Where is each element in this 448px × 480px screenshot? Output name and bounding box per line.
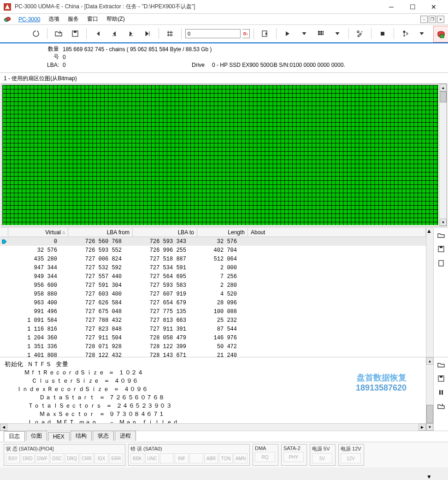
tab-status[interactable]: 状态 [93, 431, 114, 441]
table-row[interactable]: 958 880727 603 400727 607 9194 520 [0, 290, 426, 298]
cell-virtual: 963 400 [8, 300, 60, 306]
grid-hash-button[interactable] [163, 27, 177, 40]
status-cell: DWF [35, 453, 49, 463]
svg-rect-3 [74, 31, 77, 33]
table-row[interactable]: 949 344727 557 440727 564 6957 256 [0, 272, 426, 281]
menu-service[interactable]: 服务 [64, 14, 83, 24]
log-side-toolbar [433, 357, 448, 431]
status-sata2: SATA-2 PHY [281, 444, 307, 466]
svg-point-1 [6, 17, 11, 21]
menu-help[interactable]: 帮助(Z) [103, 14, 128, 24]
col-length[interactable]: Length [197, 228, 248, 237]
menu-pc3000[interactable]: PC-3000 [15, 15, 44, 24]
log-scroll-up[interactable]: ▲ [426, 357, 433, 365]
svg-point-15 [403, 31, 406, 33]
mdi-restore-button[interactable]: ❐ [429, 16, 436, 23]
table-row[interactable]: 1 091 584727 788 432727 813 66325 232 [0, 316, 426, 325]
stop-button[interactable] [375, 27, 390, 40]
tab-structure[interactable]: 结构 [71, 431, 92, 441]
scroll-up-button[interactable]: ▲ [440, 84, 447, 91]
table-row[interactable]: 435 280727 006 824727 518 887512 064 [0, 255, 426, 263]
grid-view-button[interactable] [313, 27, 328, 40]
refresh-button[interactable] [29, 27, 43, 40]
table-row[interactable]: 963 400727 626 584727 654 67928 096 [0, 298, 426, 307]
nav-next-button[interactable] [124, 27, 138, 40]
log-scroll-thumb[interactable] [426, 405, 433, 423]
tab-log[interactable]: 日志 [4, 431, 25, 441]
status-cell: PHY [283, 452, 304, 462]
side-clear-button[interactable] [436, 257, 447, 268]
table-row[interactable]: 956 600727 591 304727 593 5832 280 [0, 281, 426, 290]
tab-hex[interactable]: HEX [48, 432, 70, 441]
table-body[interactable]: 0726 560 768726 593 34332 57632 576726 5… [0, 237, 426, 357]
status-12v: 电源 12V 12V [338, 444, 364, 466]
svg-rect-19 [440, 246, 442, 248]
tools-button[interactable] [353, 27, 367, 40]
nav-prev-button[interactable] [107, 27, 122, 40]
log-scroll-down[interactable]: ▼ [426, 423, 433, 431]
table-row[interactable]: 1 401 808728 122 432728 143 67121 240 [0, 351, 426, 357]
lba-input[interactable]: 0 [185, 29, 241, 38]
log-open-button[interactable] [436, 359, 447, 370]
titlebar: PC-3000 UDMA-E - China - [Data Extractor… [0, 0, 448, 14]
lba-input-dropdown[interactable]: D↓ [242, 29, 250, 38]
nav-first-button[interactable] [90, 27, 105, 40]
side-save-button[interactable] [436, 243, 447, 255]
table-row[interactable]: 32 576726 593 552726 996 255402 704 [0, 246, 426, 255]
side-open-button[interactable] [436, 230, 447, 241]
col-lba-from[interactable]: LBA from [68, 228, 133, 237]
col-lba-to[interactable]: LBA to [133, 228, 197, 237]
col-virtual[interactable]: Virtual△ [8, 228, 68, 237]
table-row[interactable]: 1 204 360727 911 504728 058 479146 976 [0, 333, 426, 342]
close-button[interactable]: ✕ [423, 0, 444, 14]
log-save-button[interactable] [436, 373, 447, 384]
status-cell: DRQ [65, 453, 79, 463]
table-row[interactable]: 1 351 336728 071 928728 122 39950 472 [0, 342, 426, 351]
export-button[interactable] [258, 27, 272, 40]
table-row[interactable]: 947 344727 532 592727 534 5912 000 [0, 263, 426, 272]
menu-app-icon[interactable] [4, 16, 11, 23]
menu-window[interactable]: 窗口 [83, 14, 102, 24]
log-scroll-right[interactable]: ▶ [419, 424, 426, 431]
scroll-thumb[interactable] [440, 91, 447, 102]
tab-process[interactable]: 进程 [115, 431, 136, 441]
tab-bitmap[interactable]: 位图 [26, 431, 47, 441]
table-scrollbar[interactable]: ▲ ▼ [426, 228, 433, 357]
log-scrollbar-h[interactable]: ◀ ▶ [0, 423, 426, 431]
cell-lba_from: 727 603 400 [60, 291, 124, 297]
grid-dropdown[interactable] [330, 27, 345, 40]
mdi-close-button[interactable]: × [437, 16, 444, 23]
table-scroll-down[interactable]: ▼ [426, 474, 434, 480]
play-dropdown[interactable] [297, 27, 312, 40]
mdi-minimize-button[interactable]: - [420, 16, 428, 23]
cell-virtual: 949 344 [8, 273, 60, 280]
maximize-button[interactable]: ☐ [402, 0, 423, 14]
play-button[interactable] [280, 27, 295, 40]
table-row[interactable]: 1 116 816727 823 848727 911 39187 544 [0, 325, 426, 333]
open-button[interactable] [51, 27, 66, 40]
bitmap-scrollbar[interactable]: ▲ ▼ [439, 84, 447, 226]
log-export-button[interactable] [436, 401, 447, 412]
cell-lba_to: 728 143 671 [124, 352, 189, 357]
right-panel-tab[interactable] [433, 26, 448, 42]
table-row[interactable]: 991 496727 675 048727 775 135100 088 [0, 307, 426, 316]
status-cell: IDX [94, 453, 108, 463]
bitmap-canvas[interactable] [1, 84, 439, 226]
cell-length: 28 096 [189, 300, 240, 306]
lba-value: 0 [63, 62, 136, 68]
log-pause-button[interactable] [436, 387, 447, 398]
table-row[interactable]: 0726 560 768726 593 34332 576 [0, 237, 426, 246]
table-scroll-up[interactable]: ▲ [426, 228, 433, 234]
cell-lba_to: 727 518 887 [124, 256, 189, 262]
minimize-button[interactable]: ─ [381, 0, 402, 14]
col-about[interactable]: About [248, 228, 426, 237]
log-scroll-left[interactable]: ◀ [0, 424, 7, 431]
log-text[interactable]: 初始化 ＮＴＦＳ 变量 ＭｆｔＲｅｃｏｒｄＳｉｚｅ ＝ １０２４ Ｃｌｕｓｔｅｒ… [0, 357, 426, 423]
exit-dropdown[interactable] [414, 27, 429, 40]
save-button[interactable] [68, 27, 83, 40]
menu-options[interactable]: 选项 [45, 14, 63, 24]
log-scrollbar-v[interactable]: ▲ ▼ [426, 357, 433, 431]
scroll-down-button[interactable]: ▼ [440, 219, 447, 226]
exit-button[interactable] [398, 27, 413, 40]
nav-last-button[interactable] [140, 27, 155, 40]
